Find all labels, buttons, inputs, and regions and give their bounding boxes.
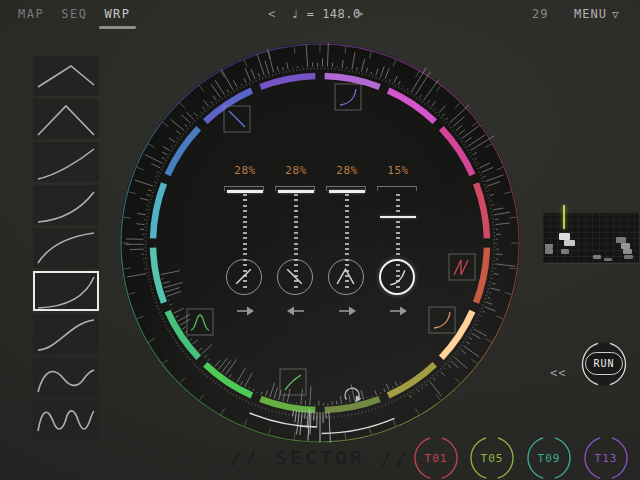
- direction-arrow-right[interactable]: [388, 305, 408, 317]
- direction-arrow-right[interactable]: [235, 305, 255, 317]
- track-button-label: T13: [583, 435, 629, 480]
- waveshape-icon: [33, 400, 99, 440]
- minimap-note: [564, 240, 575, 247]
- prob-slider-4[interactable]: 15%: [374, 164, 422, 324]
- tempo-display[interactable]: ♩ = 148.0: [286, 7, 366, 21]
- track-button-t09[interactable]: T09: [526, 435, 572, 480]
- minimap-note: [559, 233, 570, 240]
- waveshape-list: [33, 56, 99, 443]
- minimap-note: [621, 243, 631, 249]
- waveshape-icon: [33, 56, 99, 96]
- loop-counter: 29: [532, 7, 548, 21]
- minimap-note: [616, 237, 626, 243]
- waveshape-item-sigmoid[interactable]: [33, 314, 99, 354]
- waveshape-item-curve-rise-2[interactable]: [33, 185, 99, 225]
- minimap-note: [624, 255, 634, 260]
- slider-handle[interactable]: [227, 190, 263, 193]
- waveshape-item-wave-2[interactable]: [33, 400, 99, 440]
- knob-shape-icon: [282, 264, 307, 289]
- knob-shape-icon: [385, 265, 410, 290]
- waveshape-icon: [33, 142, 99, 182]
- slider-handle[interactable]: [380, 216, 416, 219]
- menu-chevron-icon: ▽: [612, 8, 620, 21]
- minimap-note: [604, 258, 612, 262]
- waveshape-icon: [33, 357, 99, 397]
- track-button-label: T05: [469, 435, 515, 480]
- prob-slider-1[interactable]: 28%: [221, 164, 269, 324]
- minimap-note: [561, 249, 569, 254]
- sector-wheel[interactable]: [118, 41, 522, 445]
- run-label: RUN: [585, 352, 623, 375]
- prob-slider-3[interactable]: 28%: [323, 164, 371, 324]
- slider-bracket: [377, 186, 417, 191]
- track-button-t01[interactable]: T01: [413, 435, 459, 480]
- waveshape-icon: [33, 271, 99, 311]
- direction-arrow-left[interactable]: [286, 305, 306, 317]
- shape-knob-4[interactable]: [379, 259, 415, 295]
- tempo-prev-button[interactable]: <: [268, 7, 275, 21]
- shape-knob-1[interactable]: [226, 259, 262, 295]
- knob-shape-icon: [231, 264, 256, 289]
- waveshape-item-curve-exp[interactable]: [33, 271, 99, 311]
- waveshape-item-peak-low[interactable]: [33, 56, 99, 96]
- slider-handle[interactable]: [278, 190, 314, 193]
- direction-arrow-right[interactable]: [337, 305, 357, 317]
- menu-label: MENU: [574, 7, 607, 21]
- tab-map[interactable]: MAP: [18, 7, 44, 21]
- minimap-note: [593, 255, 601, 259]
- track-button-label: T01: [413, 435, 459, 480]
- rewind-button[interactable]: <<: [550, 366, 566, 380]
- minimap-playhead: [563, 205, 565, 229]
- prob-slider-2[interactable]: 28%: [272, 164, 320, 324]
- waveshape-icon: [33, 314, 99, 354]
- menu-button[interactable]: MENU▽: [574, 7, 620, 21]
- waveshape-icon: [33, 99, 99, 139]
- track-button-t13[interactable]: T13: [583, 435, 629, 480]
- minimap-note: [545, 244, 553, 249]
- app-window: MAPSEQWRP < ♩ = 148.0 > 29 MENU▽ 28%28%2…: [0, 0, 640, 480]
- active-tab-underline: [99, 26, 135, 30]
- shape-knob-3[interactable]: [328, 259, 364, 295]
- waveshape-item-curve-rise-1[interactable]: [33, 142, 99, 182]
- tab-bar: MAPSEQWRP: [18, 7, 148, 21]
- tempo-next-button[interactable]: >: [356, 7, 363, 21]
- prob-value-2: 28%: [272, 164, 320, 177]
- track-button-t05[interactable]: T05: [469, 435, 515, 480]
- prob-value-4: 15%: [374, 164, 422, 177]
- prob-value-3: 28%: [323, 164, 371, 177]
- waveshape-item-curve-log[interactable]: [33, 228, 99, 268]
- waveshape-item-wave-1[interactable]: [33, 357, 99, 397]
- waveshape-icon: [33, 228, 99, 268]
- prob-value-1: 28%: [221, 164, 269, 177]
- tab-wrp[interactable]: WRP: [104, 7, 130, 21]
- minimap-note: [623, 249, 633, 255]
- waveshape-icon: [33, 185, 99, 225]
- track-button-label: T09: [526, 435, 572, 480]
- shape-knob-2[interactable]: [277, 259, 313, 295]
- tab-seq[interactable]: SEQ: [61, 7, 87, 21]
- knob-shape-icon: [333, 264, 358, 289]
- minimap-note: [545, 249, 553, 254]
- slider-handle[interactable]: [329, 190, 365, 193]
- pattern-preview[interactable]: [543, 213, 639, 264]
- run-button[interactable]: RUN: [576, 336, 632, 392]
- waveshape-item-peak[interactable]: [33, 99, 99, 139]
